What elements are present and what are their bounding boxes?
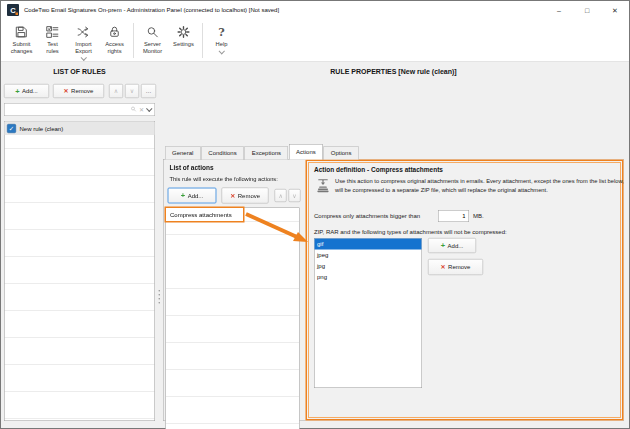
magnifier-icon [145, 24, 160, 40]
annotation-highlight-box [165, 207, 245, 223]
rules-search-box: ✕ [4, 103, 155, 116]
more-options-button[interactable]: … [141, 84, 156, 98]
save-icon [14, 24, 29, 40]
toolbar-access-rights-button[interactable]: Accessrights [99, 19, 130, 54]
tab-exceptions[interactable]: Exceptions [245, 147, 288, 160]
check-icon: ✓ [9, 125, 14, 133]
chevron-down-icon [80, 55, 86, 61]
workspace: LIST OF RULES + Add... ✕ Remove ∧ ∨ … ✕ [1, 62, 629, 428]
app-window: C CodeTwo Email Signatures On-prem - Adm… [0, 0, 630, 429]
chevron-up-icon: ∧ [278, 192, 282, 199]
plus-icon: + [181, 193, 185, 198]
excluded-types-list[interactable]: gif jpeg jpg png [314, 238, 422, 388]
remove-action-button[interactable]: ✕ Remove [222, 188, 269, 204]
rules-list[interactable]: ✓ New rule (clean) [4, 121, 155, 421]
size-label-after: MB. [473, 213, 484, 220]
actions-list[interactable]: Compress attachments [166, 208, 300, 429]
title-bar: C CodeTwo Email Signatures On-prem - Adm… [1, 1, 629, 19]
toolbar-settings-button[interactable]: Settings [168, 19, 199, 48]
plus-icon: + [15, 89, 19, 94]
gear-icon [176, 24, 191, 40]
clear-search-icon[interactable]: ✕ [139, 106, 144, 113]
rules-search-input[interactable] [7, 106, 128, 114]
move-rule-up-button[interactable]: ∧ [109, 84, 123, 98]
type-list-item[interactable]: jpeg [315, 250, 422, 261]
plus-icon: + [441, 243, 445, 248]
toolbar-separator [133, 23, 134, 58]
close-button[interactable]: ✕ [601, 1, 629, 19]
toolbar-test-rules-button[interactable]: Testrules [37, 19, 68, 54]
rules-panel-header: LIST OF RULES [1, 67, 158, 75]
remove-type-button[interactable]: ✕ Remove [428, 259, 483, 275]
chevron-down-icon: ∨ [292, 192, 296, 199]
tab-general[interactable]: General [165, 147, 200, 160]
test-rules-icon [45, 24, 60, 40]
window-controls: – □ ✕ [545, 1, 629, 19]
x-icon: ✕ [441, 265, 446, 270]
chevron-up-icon: ∧ [114, 88, 118, 95]
chevron-down-icon [218, 48, 224, 54]
add-rule-button[interactable]: + Add... [4, 84, 49, 98]
tab-actions[interactable]: Actions [289, 144, 323, 160]
size-label-before: Compress only attachments bigger than [314, 213, 438, 220]
tab-conditions[interactable]: Conditions [201, 147, 243, 160]
actions-tab-page: List of actions This rule will execute t… [163, 159, 624, 421]
add-action-button[interactable]: + Add... [168, 188, 217, 204]
x-icon: ✕ [64, 89, 69, 94]
x-icon: ✕ [230, 193, 235, 198]
import-export-icon [76, 24, 91, 40]
actions-list-title: List of actions [170, 164, 214, 172]
app-logo-icon: C [7, 4, 19, 16]
main-toolbar: Submitchanges Testrules ImportExport Acc… [1, 19, 629, 62]
rule-list-item[interactable]: ✓ New rule (clean) [5, 122, 155, 136]
tab-options[interactable]: Options [324, 147, 359, 160]
actions-list-subtitle: This rule will execute the following act… [170, 176, 278, 182]
move-action-up-button[interactable]: ∧ [275, 189, 287, 202]
ellipsis-icon: … [146, 88, 152, 95]
rule-checkbox[interactable]: ✓ [7, 124, 16, 133]
remove-rule-button[interactable]: ✕ Remove [53, 84, 104, 98]
action-description: Use this action to compress original att… [335, 176, 625, 195]
maximize-button[interactable]: □ [573, 1, 601, 19]
action-definition-panel: Action definition - Compress attachments… [306, 160, 624, 421]
actions-toolbar: + Add... ✕ Remove ∧ ∨ [168, 188, 301, 204]
properties-tabs: General Conditions Exceptions Actions Op… [165, 144, 359, 160]
toolbar-submit-changes-button[interactable]: Submitchanges [6, 19, 37, 54]
add-type-button[interactable]: + Add... [428, 238, 476, 253]
type-list-item[interactable]: png [315, 272, 422, 283]
search-options-chevron-icon[interactable] [146, 106, 152, 112]
move-action-down-button[interactable]: ∨ [289, 189, 301, 202]
type-list-item[interactable]: jpg [315, 261, 422, 272]
rule-label: New rule (clean) [20, 125, 64, 132]
lock-icon [107, 24, 122, 40]
help-icon: ? [218, 24, 224, 40]
type-list-item[interactable]: gif [315, 239, 422, 250]
window-title: CodeTwo Email Signatures On-prem - Admin… [24, 7, 279, 14]
toolbar-help-button[interactable]: ? Help [206, 19, 237, 54]
excluded-types-label: ZIP, RAR and the following types of atta… [314, 228, 507, 235]
size-threshold-input[interactable] [438, 210, 469, 222]
rules-toolbar: + Add... ✕ Remove ∧ ∨ … [4, 84, 158, 98]
chevron-down-icon: ∨ [130, 88, 134, 95]
toolbar-separator [202, 23, 203, 58]
properties-panel-header: RULE PROPERTIES [New rule (clean)] [163, 67, 624, 75]
toolbar-import-export-button[interactable]: ImportExport [68, 19, 99, 60]
size-threshold-row: Compress only attachments bigger than MB… [314, 210, 484, 222]
search-icon [130, 105, 137, 114]
minimize-button[interactable]: – [545, 1, 573, 19]
panel-splitter[interactable] [159, 290, 161, 304]
move-rule-down-button[interactable]: ∨ [125, 84, 139, 98]
toolbar-server-monitor-button[interactable]: ServerMonitor [137, 19, 168, 54]
action-definition-title: Action definition - Compress attachments [314, 166, 443, 174]
compress-icon [315, 177, 331, 195]
